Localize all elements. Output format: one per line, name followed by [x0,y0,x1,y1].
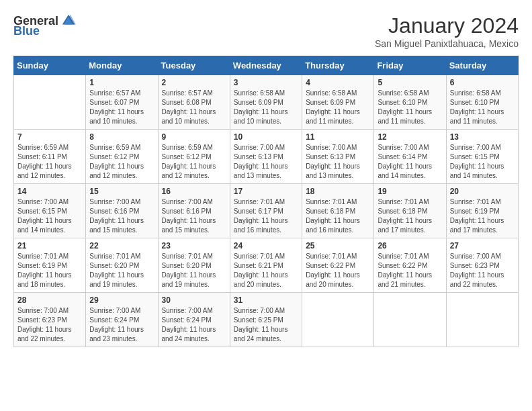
header-thursday: Thursday [302,56,374,75]
calendar-cell: 4Sunrise: 6:58 AM Sunset: 6:09 PM Daylig… [302,75,374,130]
day-number: 20 [450,187,515,196]
calendar-table: SundayMondayTuesdayWednesdayThursdayFrid… [13,56,519,347]
day-info: Sunrise: 7:00 AM Sunset: 6:23 PM Dayligh… [17,306,82,344]
calendar-cell: 31Sunrise: 7:00 AM Sunset: 6:25 PM Dayli… [230,293,302,347]
title-section: January 2024 San Miguel Panixtlahuaca, M… [375,13,519,49]
calendar-cell: 6Sunrise: 6:58 AM Sunset: 6:10 PM Daylig… [446,75,518,130]
day-number: 29 [89,295,154,305]
day-number: 15 [89,187,154,196]
calendar-week-2: 7Sunrise: 6:59 AM Sunset: 6:11 PM Daylig… [14,130,519,184]
day-number: 9 [162,132,226,142]
day-info: Sunrise: 7:00 AM Sunset: 6:15 PM Dayligh… [450,143,515,181]
calendar-cell: 14Sunrise: 7:00 AM Sunset: 6:15 PM Dayli… [14,184,86,238]
calendar-cell [446,293,518,347]
day-number: 16 [162,187,226,196]
day-number: 1 [89,78,154,87]
day-number: 14 [17,187,82,196]
day-info: Sunrise: 7:00 AM Sunset: 6:15 PM Dayligh… [17,197,82,235]
day-number: 28 [17,295,82,305]
calendar-cell: 20Sunrise: 7:01 AM Sunset: 6:19 PM Dayli… [446,184,518,238]
day-info: Sunrise: 7:01 AM Sunset: 6:22 PM Dayligh… [378,252,442,289]
day-number: 2 [162,78,226,87]
day-info: Sunrise: 7:00 AM Sunset: 6:23 PM Dayligh… [450,252,515,289]
day-number: 25 [306,241,370,250]
calendar-cell: 21Sunrise: 7:01 AM Sunset: 6:19 PM Dayli… [14,238,86,293]
calendar-cell: 17Sunrise: 7:01 AM Sunset: 6:17 PM Dayli… [230,184,302,238]
calendar-week-3: 14Sunrise: 7:00 AM Sunset: 6:15 PM Dayli… [14,184,519,238]
day-info: Sunrise: 6:57 AM Sunset: 6:08 PM Dayligh… [162,89,226,126]
day-number: 27 [450,241,515,250]
day-info: Sunrise: 7:00 AM Sunset: 6:13 PM Dayligh… [234,143,298,181]
calendar-cell: 11Sunrise: 7:00 AM Sunset: 6:13 PM Dayli… [302,130,374,184]
day-info: Sunrise: 7:00 AM Sunset: 6:24 PM Dayligh… [162,306,226,344]
header-sunday: Sunday [14,56,86,75]
day-info: Sunrise: 7:01 AM Sunset: 6:21 PM Dayligh… [234,252,298,289]
header-friday: Friday [374,56,446,75]
day-info: Sunrise: 7:01 AM Sunset: 6:18 PM Dayligh… [306,197,370,235]
calendar-cell: 10Sunrise: 7:00 AM Sunset: 6:13 PM Dayli… [230,130,302,184]
main-title: January 2024 [375,13,519,38]
calendar-cell: 13Sunrise: 7:00 AM Sunset: 6:15 PM Dayli… [446,130,518,184]
day-number: 7 [17,132,82,142]
day-info: Sunrise: 6:57 AM Sunset: 6:07 PM Dayligh… [89,89,154,126]
day-info: Sunrise: 6:58 AM Sunset: 6:10 PM Dayligh… [450,89,515,126]
logo-blue: Blue [13,24,40,38]
day-info: Sunrise: 7:00 AM Sunset: 6:24 PM Dayligh… [89,306,154,344]
day-info: Sunrise: 6:58 AM Sunset: 6:09 PM Dayligh… [234,89,298,126]
calendar-cell: 2Sunrise: 6:57 AM Sunset: 6:08 PM Daylig… [158,75,230,130]
day-info: Sunrise: 7:01 AM Sunset: 6:17 PM Dayligh… [234,197,298,235]
day-info: Sunrise: 7:01 AM Sunset: 6:22 PM Dayligh… [306,252,370,289]
calendar-cell: 19Sunrise: 7:01 AM Sunset: 6:18 PM Dayli… [374,184,446,238]
calendar-week-5: 28Sunrise: 7:00 AM Sunset: 6:23 PM Dayli… [14,293,519,347]
calendar-cell: 9Sunrise: 6:59 AM Sunset: 6:12 PM Daylig… [158,130,230,184]
day-info: Sunrise: 7:01 AM Sunset: 6:18 PM Dayligh… [378,197,442,235]
calendar-cell: 30Sunrise: 7:00 AM Sunset: 6:24 PM Dayli… [158,293,230,347]
day-number: 5 [378,78,442,87]
day-number: 24 [234,241,298,250]
calendar-week-4: 21Sunrise: 7:01 AM Sunset: 6:19 PM Dayli… [14,238,519,293]
day-number: 11 [306,132,370,142]
calendar-cell: 22Sunrise: 7:01 AM Sunset: 6:20 PM Dayli… [86,238,158,293]
calendar-cell: 1Sunrise: 6:57 AM Sunset: 6:07 PM Daylig… [86,75,158,130]
header-monday: Monday [86,56,158,75]
day-number: 30 [162,295,226,305]
logo: General Blue [13,13,76,38]
header-saturday: Saturday [446,56,518,75]
day-info: Sunrise: 6:59 AM Sunset: 6:11 PM Dayligh… [17,143,82,181]
calendar-cell: 23Sunrise: 7:01 AM Sunset: 6:20 PM Dayli… [158,238,230,293]
calendar-header: SundayMondayTuesdayWednesdayThursdayFrid… [14,56,519,75]
calendar-cell: 16Sunrise: 7:00 AM Sunset: 6:16 PM Dayli… [158,184,230,238]
day-number: 23 [162,241,226,250]
day-number: 4 [306,78,370,87]
logo-icon [61,13,76,28]
day-number: 31 [234,295,298,305]
calendar-cell: 25Sunrise: 7:01 AM Sunset: 6:22 PM Dayli… [302,238,374,293]
calendar-cell: 29Sunrise: 7:00 AM Sunset: 6:24 PM Dayli… [86,293,158,347]
day-number: 12 [378,132,442,142]
calendar-cell: 18Sunrise: 7:01 AM Sunset: 6:18 PM Dayli… [302,184,374,238]
calendar-body: 1Sunrise: 6:57 AM Sunset: 6:07 PM Daylig… [14,75,519,347]
calendar-cell [374,293,446,347]
header-tuesday: Tuesday [158,56,230,75]
day-info: Sunrise: 7:00 AM Sunset: 6:25 PM Dayligh… [234,306,298,344]
day-number: 17 [234,187,298,196]
calendar-cell: 8Sunrise: 6:59 AM Sunset: 6:12 PM Daylig… [86,130,158,184]
calendar-cell: 12Sunrise: 7:00 AM Sunset: 6:14 PM Dayli… [374,130,446,184]
day-info: Sunrise: 6:59 AM Sunset: 6:12 PM Dayligh… [89,143,154,181]
day-number: 3 [234,78,298,87]
day-info: Sunrise: 6:58 AM Sunset: 6:09 PM Dayligh… [306,89,370,126]
day-info: Sunrise: 7:01 AM Sunset: 6:20 PM Dayligh… [89,252,154,289]
day-number: 13 [450,132,515,142]
calendar-cell: 15Sunrise: 7:00 AM Sunset: 6:16 PM Dayli… [86,184,158,238]
day-number: 26 [378,241,442,250]
day-number: 19 [378,187,442,196]
calendar-cell: 3Sunrise: 6:58 AM Sunset: 6:09 PM Daylig… [230,75,302,130]
calendar-week-1: 1Sunrise: 6:57 AM Sunset: 6:07 PM Daylig… [14,75,519,130]
day-info: Sunrise: 6:58 AM Sunset: 6:10 PM Dayligh… [378,89,442,126]
day-number: 18 [306,187,370,196]
day-info: Sunrise: 7:01 AM Sunset: 6:19 PM Dayligh… [17,252,82,289]
day-info: Sunrise: 7:00 AM Sunset: 6:16 PM Dayligh… [162,197,226,235]
page-header: General Blue January 2024 San Miguel Pan… [13,13,519,49]
calendar-cell: 26Sunrise: 7:01 AM Sunset: 6:22 PM Dayli… [374,238,446,293]
subtitle: San Miguel Panixtlahuaca, Mexico [375,38,519,49]
